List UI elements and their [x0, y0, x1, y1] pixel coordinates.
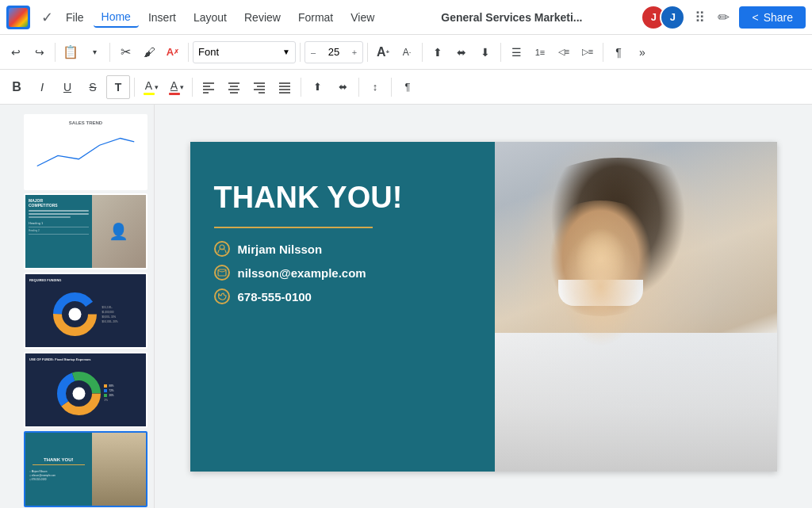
separator7: [500, 43, 501, 62]
nav-file[interactable]: File: [58, 8, 92, 27]
separator3: [188, 43, 189, 62]
separator8: [603, 43, 603, 62]
redo-button[interactable]: ↪: [29, 41, 51, 63]
slide-divider: [214, 227, 373, 228]
app-logo[interactable]: [6, 6, 30, 29]
tb2-separator2: [192, 78, 193, 97]
paste-dropdown[interactable]: ▾: [83, 41, 105, 63]
nav-review[interactable]: Review: [236, 8, 289, 27]
list-ordered-button[interactable]: 1≡: [529, 41, 551, 63]
nav-format[interactable]: Format: [290, 8, 341, 27]
indent-right-button[interactable]: ▷≡: [576, 41, 599, 63]
pencil-icon[interactable]: ✏: [714, 6, 733, 29]
email-icon: [214, 265, 230, 281]
slide-email-row: nilsson@example.com: [214, 265, 496, 281]
nav-view[interactable]: View: [343, 8, 382, 27]
italic-button[interactable]: I: [30, 75, 54, 99]
avatar-group: J J: [641, 5, 685, 30]
slide-thumb-4[interactable]: USE OF FUNDS: Fixed Startup Expenses 88%…: [24, 352, 147, 428]
svg-rect-26: [218, 269, 226, 276]
slide-contact: Mirjam Nilsson nilsson@example.com 678-5…: [214, 241, 496, 304]
separator5: [367, 43, 368, 62]
paragraph-mark-button[interactable]: ¶: [396, 75, 419, 99]
vert-align-top-button[interactable]: ⬆: [305, 75, 329, 99]
align-bottom-button[interactable]: ⬇: [474, 41, 496, 63]
paragraph-button[interactable]: ¶: [607, 41, 630, 63]
slide-thumb-2[interactable]: MAJORCOMPETITORS Heading 1 Heading 2: [24, 193, 147, 269]
slide-panel: 1 SALES TREND 2 MAJORCOMPETITORS: [0, 105, 155, 508]
nav-home[interactable]: Home: [94, 7, 139, 28]
nav-insert[interactable]: Insert: [140, 8, 184, 27]
nav-menu: File Home Insert Layout Review Format Vi…: [58, 7, 382, 28]
font-size-increase[interactable]: +: [347, 41, 362, 63]
dropdown-arrow-icon: ▼: [282, 48, 290, 56]
underline-button[interactable]: U: [56, 75, 79, 99]
contact-name: Mirjam Nilsson: [238, 243, 323, 256]
list-unordered-button[interactable]: ☰: [505, 41, 527, 63]
slide-2-container: 2 MAJORCOMPETITORS Heading 1 Heading 2: [0, 193, 154, 269]
phone-icon: [214, 288, 230, 304]
align-left-button[interactable]: [197, 75, 220, 99]
svg-point-24: [73, 387, 86, 399]
svg-point-19: [69, 308, 82, 321]
slide-thumb-1[interactable]: SALES TREND: [24, 114, 147, 190]
font-size-up-button[interactable]: A+: [372, 41, 394, 63]
align-top-button[interactable]: ⬆: [427, 41, 449, 63]
person-icon: [214, 241, 230, 257]
clear-format-button[interactable]: A✗: [162, 41, 184, 63]
share-button[interactable]: < Share: [739, 6, 806, 29]
font-size-control: – +: [304, 41, 363, 63]
separator1: [55, 43, 56, 62]
slide-canvas[interactable]: THANK YOU! Mirjam Nilsson nilsson@exampl…: [190, 142, 777, 472]
slide-thumb-5[interactable]: THANK YOU! ○ Mirjam Nilsson ◇ nilsson@ex…: [24, 431, 147, 507]
tb2-separator4: [358, 78, 359, 97]
font-family-dropdown[interactable]: Font ▼: [193, 41, 296, 63]
vert-align-mid-button[interactable]: ⬌: [331, 75, 354, 99]
bold-button[interactable]: B: [5, 75, 29, 99]
line-spacing-button[interactable]: ↕: [363, 75, 387, 99]
slide-phone-row: 678-555-0100: [214, 288, 496, 304]
font-size-down-button[interactable]: A-: [396, 41, 418, 63]
slide-1-container: 1 SALES TREND: [0, 114, 154, 190]
slide-3-container: 3 REQUIRED FUNDING $3.5,100–: [0, 273, 154, 349]
check-icon: ✓: [41, 9, 53, 26]
nav-layout[interactable]: Layout: [186, 8, 235, 27]
align-right-button[interactable]: [247, 75, 271, 99]
separator4: [300, 43, 301, 62]
share-icon: <: [752, 11, 758, 24]
slide-name-row: Mirjam Nilsson: [214, 241, 496, 257]
apps-icon[interactable]: ⠿: [691, 6, 708, 29]
clipboard-button[interactable]: 📋: [59, 41, 82, 63]
format-paint-button[interactable]: 🖌: [138, 41, 160, 63]
align-center-button[interactable]: [222, 75, 246, 99]
align-middle-button[interactable]: ⬌: [450, 41, 473, 63]
toolbar-row1: ↩ ↪ 📋 ▾ ✂ 🖌 A✗ Font ▼ – + A+ A- ⬆ ⬌ ⬇ ☰ …: [0, 35, 812, 70]
tb2-separator1: [134, 78, 135, 97]
font-size-input[interactable]: [321, 46, 347, 58]
undo-button[interactable]: ↩: [5, 41, 27, 63]
indent-left-button[interactable]: ◁≡: [553, 41, 575, 63]
doc-title: General Services Marketi...: [382, 11, 641, 24]
font-color-button[interactable]: A ▾: [164, 75, 188, 99]
cut-button[interactable]: ✂: [114, 41, 136, 63]
align-justify-button[interactable]: [273, 75, 297, 99]
toolbar-row2: B I U S T A ▾ A ▾ ⬆ ⬌ ↕ ¶: [0, 70, 812, 105]
contact-phone: 678-555-0100: [238, 290, 312, 304]
main-area: 1 SALES TREND 2 MAJORCOMPETITORS: [0, 105, 812, 508]
separator6: [422, 43, 423, 62]
contact-email: nilsson@example.com: [238, 266, 366, 280]
slide-content: THANK YOU! Mirjam Nilsson nilsson@exampl…: [214, 181, 496, 305]
text-transform-button[interactable]: T: [106, 75, 130, 99]
highlight-color-button[interactable]: A ▾: [139, 75, 163, 99]
slide-4-container: 4 USE OF FUNDS: Fixed Startup Expenses: [0, 352, 154, 428]
font-size-decrease[interactable]: –: [305, 41, 321, 63]
separator2: [109, 43, 110, 62]
tb2-separator3: [301, 78, 301, 97]
more-button[interactable]: »: [631, 41, 653, 63]
slide-thumb-3[interactable]: REQUIRED FUNDING $3.5,100– $1,000,000: [24, 273, 147, 349]
tb2-separator5: [391, 78, 392, 97]
slide-thank-you-text: THANK YOU!: [214, 181, 496, 215]
strikethrough-button[interactable]: S: [81, 75, 105, 99]
nav-right: J J ⠿ ✏ < Share: [641, 5, 806, 30]
avatar-user2[interactable]: J: [660, 5, 685, 30]
